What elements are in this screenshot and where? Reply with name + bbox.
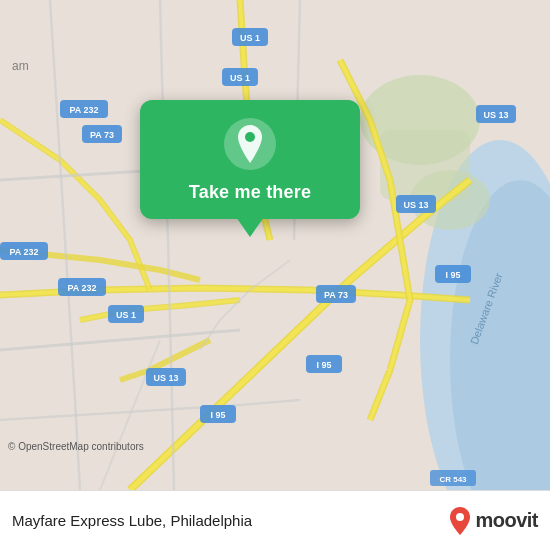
svg-text:PA 73: PA 73 [324, 290, 348, 300]
svg-text:I 95: I 95 [445, 270, 460, 280]
svg-text:US 13: US 13 [403, 200, 428, 210]
svg-text:US 13: US 13 [483, 110, 508, 120]
moovit-logo: moovit [449, 507, 538, 535]
location-icon-wrapper [224, 118, 276, 170]
map-background: US 1 US 1 US 1 PA 73 PA 73 US 13 US 13 P… [0, 0, 550, 490]
navigation-popup[interactable]: Take me there [140, 100, 360, 219]
svg-text:US 1: US 1 [116, 310, 136, 320]
moovit-wordmark: moovit [475, 509, 538, 532]
svg-text:I 95: I 95 [210, 410, 225, 420]
svg-point-39 [456, 513, 464, 521]
bottom-bar: Mayfare Express Lube, Philadelphia moovi… [0, 490, 550, 550]
svg-text:US 13: US 13 [153, 373, 178, 383]
svg-text:I 95: I 95 [316, 360, 331, 370]
svg-text:CR 543: CR 543 [439, 475, 467, 484]
svg-text:US 1: US 1 [240, 33, 260, 43]
map-container: US 1 US 1 US 1 PA 73 PA 73 US 13 US 13 P… [0, 0, 550, 490]
location-pin-icon [234, 125, 266, 163]
svg-text:US 1: US 1 [230, 73, 250, 83]
place-name: Mayfare Express Lube, Philadelphia [12, 512, 449, 529]
svg-text:PA 232: PA 232 [9, 247, 38, 257]
svg-text:PA 232: PA 232 [69, 105, 98, 115]
svg-point-38 [245, 132, 255, 142]
take-me-there-button[interactable]: Take me there [189, 182, 311, 203]
map-attribution: © OpenStreetMap contributors [8, 441, 144, 452]
moovit-pin-icon [449, 507, 471, 535]
svg-text:am: am [12, 59, 29, 73]
svg-text:PA 232: PA 232 [67, 283, 96, 293]
svg-text:PA 73: PA 73 [90, 130, 114, 140]
